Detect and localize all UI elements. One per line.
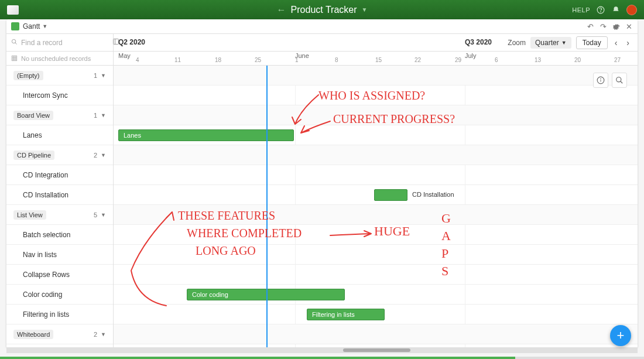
left-panel: No unscheduled records (Empty) 1 ▼ Inter… [6,34,114,347]
group-tag: List View [13,210,46,220]
title-area: ← Product Tracker ▼ [277,5,368,15]
avatar[interactable] [626,5,637,15]
svg-line-3 [15,42,17,44]
group-tag: Board View [13,111,53,120]
quarter-label-q2: Q2 2020 [118,38,145,46]
right-panel: Q2 2020 Q3 2020 Zoom Quarter ▼ Today ‹ ›… [114,34,638,347]
day-label: 18 [215,57,221,63]
svg-point-1 [601,11,601,12]
task-row[interactable]: Nav in lists [6,245,113,265]
today-line [266,66,268,347]
task-row[interactable]: CD Integration [6,165,113,185]
help-icon[interactable] [596,5,605,15]
progress-bar [0,357,644,359]
group-tag: CD Pipeline [13,151,54,160]
group-count: 1 [94,72,97,79]
gear-icon[interactable] [612,22,620,30]
group-row-whiteboard[interactable]: Whiteboard 2 ▼ [6,324,113,344]
day-label: 20 [574,57,581,63]
group-row-empty[interactable]: (Empty) 1 ▼ [6,66,113,86]
gantt-bar-lanes[interactable]: Lanes [118,129,294,141]
progress-fill [0,357,515,359]
task-list: (Empty) 1 ▼ Intercom Sync Board View 1 ▼… [6,66,113,347]
timeline-header: Q2 2020 Q3 2020 Zoom Quarter ▼ Today ‹ › [114,34,638,52]
gantt-row [114,245,638,265]
group-row-board-view[interactable]: Board View 1 ▼ [6,105,113,125]
gantt-row [114,324,638,344]
search-icon[interactable] [612,73,627,88]
search-input[interactable] [21,39,109,47]
bottom-scrollbar[interactable] [6,347,638,353]
redo-icon[interactable]: ↷ [599,22,607,30]
task-row[interactable]: Intercom Sync [6,86,113,105]
zoom-select[interactable]: Quarter ▼ [530,37,571,49]
group-row-list-view[interactable]: List View 5 ▼ [6,205,113,225]
chevron-down-icon[interactable]: ▼ [101,152,106,158]
gantt-row-color-coding: Color coding [114,285,638,305]
window-header: Gantt ▼ ↶ ↷ ✕ [6,19,638,34]
help-link[interactable]: HELP [572,6,590,13]
gantt-row-cd-install: CD Installation [114,185,638,205]
gantt-row-lanes: Lanes [114,125,638,145]
close-icon[interactable]: ✕ [625,22,633,30]
search-row [6,34,113,52]
month-label: May [118,52,131,59]
day-label: 29 [455,57,461,63]
chevron-down-icon[interactable]: ▼ [101,331,106,337]
gantt-body[interactable]: Lanes CD Installation Color coding [114,66,638,347]
gantt-view-icon [11,22,19,30]
chevron-down-icon: ▼ [561,40,567,46]
unscheduled-label: No unscheduled records [21,55,91,62]
back-arrow-icon[interactable]: ← [277,5,286,15]
group-count: 5 [94,211,97,218]
today-button[interactable]: Today [576,36,608,49]
day-label: 11 [174,57,181,63]
chevron-down-icon[interactable]: ▼ [101,73,106,78]
bell-icon[interactable] [611,5,621,15]
app-logo-icon[interactable] [7,5,19,15]
gantt-row [114,165,638,185]
gantt-row [114,205,638,225]
gantt-bar-color-coding[interactable]: Color coding [187,289,345,300]
svg-point-13 [601,78,601,79]
gantt-row [114,66,638,86]
task-row[interactable]: CD Installation [6,185,113,205]
group-row-cd-pipeline[interactable]: CD Pipeline 2 ▼ [6,145,113,165]
group-tag: (Empty) [13,71,43,80]
month-label: July [465,52,477,59]
next-arrow-icon[interactable]: › [624,38,632,47]
task-row[interactable]: Lanes [6,125,113,145]
task-row[interactable]: Batch selection [6,225,113,245]
group-tag: Whiteboard [13,330,53,339]
svg-point-14 [616,77,621,82]
info-icon[interactable] [593,73,608,88]
task-row[interactable]: Collapse Rows [6,265,113,285]
add-button[interactable]: + [610,325,631,346]
day-label: 1 [295,57,299,63]
day-label: 4 [136,57,139,63]
search-icon [11,39,18,47]
group-count: 2 [94,331,97,338]
task-row[interactable]: Color coding [6,285,113,305]
gantt-bar-filtering[interactable]: Filtering in lists [307,309,385,320]
scroll-thumb[interactable] [343,348,410,352]
gantt-bar-cd-install[interactable] [374,189,407,201]
svg-line-15 [621,81,623,84]
prev-arrow-icon[interactable]: ‹ [612,38,620,47]
day-label: 15 [375,57,382,63]
title-dropdown-icon[interactable]: ▼ [362,6,368,13]
app-title[interactable]: Product Tracker [291,5,357,15]
window-header-right: ↶ ↷ ✕ [586,22,633,30]
svg-point-2 [12,39,15,43]
gantt-bar-label: CD Installation [412,191,454,198]
group-count: 2 [94,152,97,159]
view-name[interactable]: Gantt [23,22,40,30]
chevron-down-icon[interactable]: ▼ [101,212,106,218]
unscheduled-row[interactable]: No unscheduled records [6,52,113,66]
view-dropdown-icon[interactable]: ▼ [42,23,47,29]
gantt-window: Gantt ▼ ↶ ↷ ✕ No unsc [6,19,638,347]
undo-icon[interactable]: ↶ [586,22,594,30]
chevron-down-icon[interactable]: ▼ [101,112,106,118]
task-row[interactable]: Filtering in lists [6,305,113,324]
day-label: 22 [415,57,421,63]
